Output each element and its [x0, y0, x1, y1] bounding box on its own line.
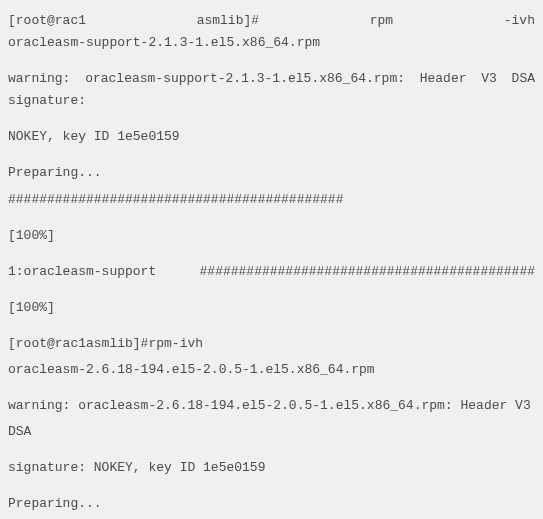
signature-2: signature: NOKEY, key ID 1e5e0159: [8, 457, 535, 479]
preparing-1-label: Preparing...: [8, 162, 535, 184]
command-2-prompt: [root@rac1asmlib]#rpm-ivh: [8, 333, 535, 355]
command-1-line: [root@rac1 asmlib]# rpm -ivh: [8, 10, 535, 32]
warning-2-line1: warning: oracleasm-2.6.18-194.el5-2.0.5-…: [8, 395, 535, 417]
command-2-file: oracleasm-2.6.18-194.el5-2.0.5-1.el5.x86…: [8, 359, 535, 381]
warn-ver: V3: [481, 68, 497, 90]
warning-2-line2: DSA: [8, 421, 535, 443]
preparing-1-hashes: ########################################…: [8, 189, 535, 211]
prompt-dir: asmlib]#: [197, 10, 259, 32]
warn-alg: DSA: [512, 68, 535, 90]
warning-1-sig: signature:: [8, 90, 535, 112]
command-1-block: [root@rac1 asmlib]# rpm -ivh oracleasm-s…: [8, 10, 535, 54]
package-1-line: 1:oracleasm-support ####################…: [8, 261, 535, 283]
warning-1-block: warning: oracleasm-support-2.1.3-1.el5.x…: [8, 68, 535, 112]
cmd-flag: -ivh: [504, 10, 535, 32]
cmd-name: rpm: [370, 10, 393, 32]
command-1-file: oracleasm-support-2.1.3-1.el5.x86_64.rpm: [8, 32, 535, 54]
warn-label: warning:: [8, 68, 70, 90]
nokey-1: NOKEY, key ID 1e5e0159: [8, 126, 535, 148]
package-1-label: 1:oracleasm-support: [8, 261, 156, 283]
warn-header: Header: [420, 68, 467, 90]
warning-1-line: warning: oracleasm-support-2.1.3-1.el5.x…: [8, 68, 535, 90]
preparing-2-label: Preparing...: [8, 493, 535, 515]
warning-2-block: warning: oracleasm-2.6.18-194.el5-2.0.5-…: [8, 395, 535, 443]
preparing-2-block: Preparing... ###########################…: [8, 493, 535, 519]
percent-2: [100%]: [8, 297, 535, 319]
warn-file: oracleasm-support-2.1.3-1.el5.x86_64.rpm…: [85, 68, 405, 90]
package-1-hashes: ########################################…: [200, 261, 535, 283]
percent-1: [100%]: [8, 225, 535, 247]
terminal-output: [root@rac1 asmlib]# rpm -ivh oracleasm-s…: [0, 0, 543, 519]
prompt-user: [root@rac1: [8, 10, 86, 32]
preparing-1-block: Preparing... ###########################…: [8, 162, 535, 210]
command-2-block: [root@rac1asmlib]#rpm-ivh oracleasm-2.6.…: [8, 333, 535, 381]
